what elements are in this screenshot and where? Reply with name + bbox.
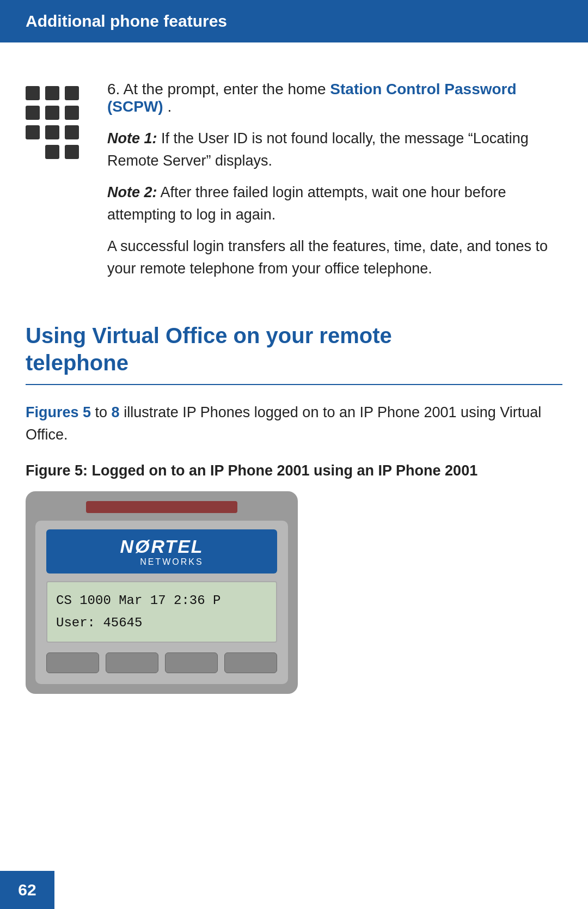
brand-logo: N Ø RTEL NETWORKS <box>120 536 203 567</box>
keypad-dot <box>45 86 59 100</box>
brand-networks: NETWORKS <box>120 557 203 567</box>
brand-n: N <box>120 536 134 557</box>
note-1-label: Note 1: <box>107 130 157 147</box>
brand-name-row: N Ø RTEL <box>120 536 203 557</box>
note-3: A successful login transfers all the fea… <box>107 235 562 279</box>
phone-softkey-1 <box>46 652 99 673</box>
keypad-dot <box>26 125 40 139</box>
phone-softkey-4 <box>224 652 277 673</box>
step-6-text: 6. At the prompt, enter the home Station… <box>107 81 562 115</box>
keypad-dot <box>65 125 79 139</box>
phone-buttons-row <box>46 652 277 673</box>
phone-screen: CS 1000 Mar 17 2:36 P User: 45645 <box>46 581 277 643</box>
figures-intro: Figures 5 to 8 illustrate IP Phones logg… <box>26 401 562 446</box>
section-heading: Using Virtual Office on your remote tele… <box>26 322 562 376</box>
keypad-dot <box>26 106 40 120</box>
phone-softkey-2 <box>106 652 158 673</box>
section-divider <box>26 384 562 385</box>
section-title-line1: Using Virtual Office on your remote <box>26 324 392 347</box>
figures-intro-to: to <box>95 404 112 420</box>
keypad-dot <box>65 106 79 120</box>
step-6-content: 6. At the prompt, enter the home Station… <box>107 81 562 289</box>
figures-link-5[interactable]: Figures 5 <box>26 404 91 420</box>
note-2-label: Note 2: <box>107 184 157 200</box>
note-2: Note 2: After three failed login attempt… <box>107 181 562 225</box>
figure-5-caption: Figure 5: Logged on to an IP Phone 2001 … <box>26 461 562 481</box>
page-content: 6. At the prompt, enter the home Station… <box>0 42 588 737</box>
page-header: Additional phone features <box>0 0 588 42</box>
note-2-text: After three failed login attempts, wait … <box>107 184 506 223</box>
screen-line-1: CS 1000 Mar 17 2:36 P <box>56 590 267 612</box>
keypad-dot <box>45 106 59 120</box>
phone-brand-area: N Ø RTEL NETWORKS <box>46 529 277 574</box>
note-1: Note 1: If the User ID is not found loca… <box>107 127 562 172</box>
step-6-period: . <box>167 98 171 115</box>
keypad-dot <box>45 125 59 139</box>
notes-block: Note 1: If the User ID is not found loca… <box>107 127 562 279</box>
page-number: 62 <box>18 881 36 899</box>
brand-o-slash: Ø <box>135 536 150 557</box>
header-title: Additional phone features <box>26 12 227 30</box>
screen-line-2: User: 45645 <box>56 612 267 635</box>
phone-top-bar <box>86 501 237 513</box>
phone-image: N Ø RTEL NETWORKS CS 1000 Mar 17 2:36 P … <box>26 491 298 694</box>
step-6-prompt-text: At the prompt, enter the home <box>124 81 330 97</box>
keypad-dot <box>26 86 40 100</box>
phone-face: N Ø RTEL NETWORKS CS 1000 Mar 17 2:36 P … <box>35 521 288 685</box>
figures-link-8[interactable]: 8 <box>112 404 120 420</box>
step-number-label: 6. <box>107 81 120 97</box>
note-1-text: If the User ID is not found locally, the… <box>107 130 529 169</box>
keypad-dot <box>45 145 59 159</box>
section-title-line2: telephone <box>26 351 128 375</box>
page-footer: 62 <box>0 871 54 909</box>
keypad-dot <box>65 145 79 159</box>
keypad-icon <box>26 86 85 159</box>
keypad-dot <box>65 86 79 100</box>
section-title: Using Virtual Office on your remote tele… <box>26 322 562 376</box>
brand-rtel: RTEL <box>151 536 203 557</box>
phone-softkey-3 <box>165 652 218 673</box>
step-6-row: 6. At the prompt, enter the home Station… <box>26 81 562 289</box>
